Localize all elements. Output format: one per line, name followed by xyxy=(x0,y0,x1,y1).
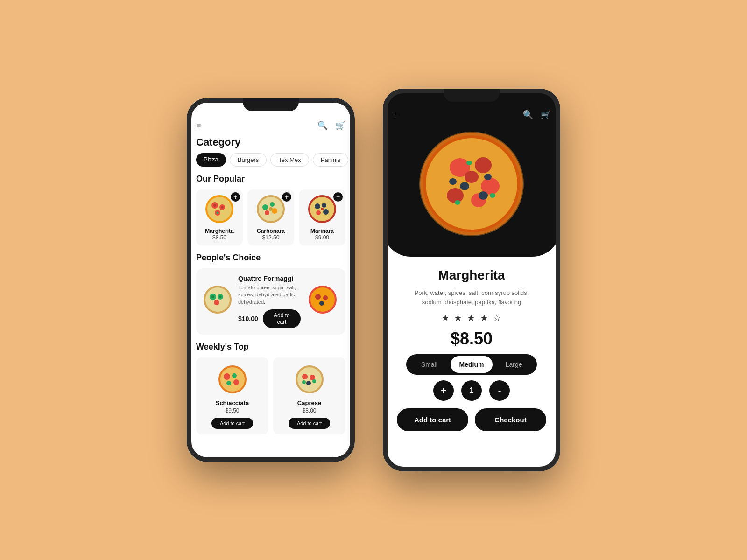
detail-pizza-desc: Pork, water, spices, salt, corn syrup so… xyxy=(406,288,537,307)
caprese-name: Caprese xyxy=(297,399,321,406)
margherita-img xyxy=(204,194,234,224)
svg-point-52 xyxy=(447,188,464,203)
weekly-top-title: Weekly's Top xyxy=(187,342,355,357)
svg-point-18 xyxy=(322,203,326,208)
pill-burgers[interactable]: Burgers xyxy=(230,153,267,167)
margherita-price: $8.50 xyxy=(212,234,226,241)
svg-point-26 xyxy=(214,300,219,305)
svg-point-23 xyxy=(205,287,230,312)
svg-point-58 xyxy=(484,174,492,180)
menu-icon[interactable]: ≡ xyxy=(196,121,201,131)
add-carbonara-btn[interactable]: + xyxy=(282,192,291,202)
marinara-name: Marinara xyxy=(310,228,334,234)
popular-title: Our Popular xyxy=(187,174,355,189)
choice-img-right xyxy=(306,283,339,316)
size-small[interactable]: Small xyxy=(408,356,451,373)
detail-bottom-section: Margherita Pork, water, spices, salt, co… xyxy=(383,257,560,471)
svg-point-44 xyxy=(306,381,311,385)
caprese-img xyxy=(293,363,326,396)
svg-point-36 xyxy=(224,373,230,380)
weekly-card-schiacciata: Schiacciata $9.50 Add to cart xyxy=(196,357,268,434)
margherita-name: Margherita xyxy=(205,228,233,234)
detail-search-icon[interactable]: 🔍 xyxy=(523,110,533,120)
left-notch xyxy=(243,98,299,111)
category-pills: Pizza Burgers Tex Mex Paninis xyxy=(187,153,355,174)
svg-point-60 xyxy=(455,200,460,205)
popular-card-carbonara[interactable]: + Carbonara $12.50 xyxy=(247,189,294,245)
detail-top-icons: 🔍 🛒 xyxy=(523,110,551,120)
svg-point-50 xyxy=(475,157,492,173)
right-notch xyxy=(444,89,500,102)
svg-point-6 xyxy=(221,206,224,209)
detail-pizza-price: $8.50 xyxy=(451,329,493,349)
choice-price: $10.00 xyxy=(238,315,258,322)
svg-point-31 xyxy=(315,294,321,300)
svg-point-14 xyxy=(269,207,273,211)
popular-card-marinara[interactable]: + Marinara $9.00 xyxy=(299,189,345,245)
schiacciata-add-btn[interactable]: Add to cart xyxy=(211,418,253,429)
left-phone: ≡ 🔍 🛒 Category Pizza Burgers Tex Mex Pan… xyxy=(187,98,355,462)
carbonara-img xyxy=(256,194,286,224)
right-phone: ← 🔍 🛒 xyxy=(383,89,560,471)
svg-point-21 xyxy=(321,208,324,210)
svg-point-56 xyxy=(479,191,488,200)
choice-info: Quattro Formaggi Tomato puree, sugar sal… xyxy=(238,275,301,328)
svg-point-27 xyxy=(211,295,214,298)
schiacciata-img xyxy=(216,363,249,396)
category-title: Category xyxy=(187,136,355,153)
svg-point-11 xyxy=(270,202,275,207)
back-btn[interactable]: ← xyxy=(392,109,402,120)
pill-pizza[interactable]: Pizza xyxy=(196,153,226,167)
pizza-hero-img xyxy=(418,130,525,238)
choice-desc: Tomato puree, sugar salt, spices, dehydr… xyxy=(238,284,301,306)
svg-point-39 xyxy=(226,381,231,385)
svg-point-33 xyxy=(319,301,324,306)
popular-card-margherita[interactable]: + Margherita xyxy=(196,189,243,245)
svg-point-37 xyxy=(232,373,237,378)
detail-cart-icon[interactable]: 🛒 xyxy=(541,110,551,120)
choice-img-left xyxy=(203,285,233,315)
svg-point-57 xyxy=(449,178,457,185)
popular-row: + Margherita xyxy=(187,189,355,253)
size-medium[interactable]: Medium xyxy=(451,356,493,373)
caprese-price: $8.00 xyxy=(302,407,316,414)
pill-texmex[interactable]: Tex Mex xyxy=(270,153,309,167)
weekly-card-caprese: Caprese $8.00 Add to cart xyxy=(273,357,345,434)
svg-point-10 xyxy=(262,204,268,210)
svg-point-46 xyxy=(312,379,316,383)
svg-point-35 xyxy=(220,367,245,392)
svg-point-7 xyxy=(217,212,219,214)
cart-icon[interactable]: 🛒 xyxy=(335,120,345,131)
search-icon[interactable]: 🔍 xyxy=(317,120,328,131)
add-to-cart-action-btn[interactable]: Add to cart xyxy=(397,408,468,431)
svg-point-32 xyxy=(323,295,328,300)
svg-point-5 xyxy=(213,204,216,207)
size-large[interactable]: Large xyxy=(493,356,535,373)
stars-rating: ★ ★ ★ ★ ☆ xyxy=(441,312,502,323)
svg-point-20 xyxy=(316,210,321,215)
add-marinara-btn[interactable]: + xyxy=(333,192,343,202)
svg-point-38 xyxy=(233,379,239,385)
detail-pizza-name: Margherita xyxy=(438,268,505,283)
detail-top-section: ← 🔍 🛒 xyxy=(383,89,560,257)
checkout-btn[interactable]: Checkout xyxy=(475,408,546,431)
pill-paninis[interactable]: Paninis xyxy=(313,153,349,167)
marinara-img xyxy=(307,194,337,224)
pizza-hero xyxy=(383,125,560,257)
add-to-cart-btn[interactable]: Add to cart xyxy=(263,309,301,328)
svg-point-13 xyxy=(265,210,269,215)
svg-point-48 xyxy=(426,138,517,230)
weekly-grid: Schiacciata $9.50 Add to cart xyxy=(187,357,355,434)
schiacciata-name: Schiacciata xyxy=(216,399,249,406)
qty-value: 1 xyxy=(461,380,482,401)
action-row: Add to cart Checkout xyxy=(397,408,546,431)
svg-point-55 xyxy=(460,182,469,190)
caprese-add-btn[interactable]: Add to cart xyxy=(289,418,330,429)
svg-point-41 xyxy=(297,367,322,392)
add-margherita-btn[interactable]: + xyxy=(231,192,240,202)
qty-plus-btn[interactable]: + xyxy=(433,380,454,401)
size-selector: Small Medium Large xyxy=(406,354,537,375)
carbonara-name: Carbonara xyxy=(257,228,285,234)
peoples-choice-card: Quattro Formaggi Tomato puree, sugar sal… xyxy=(196,268,345,335)
qty-minus-btn[interactable]: - xyxy=(489,380,510,401)
